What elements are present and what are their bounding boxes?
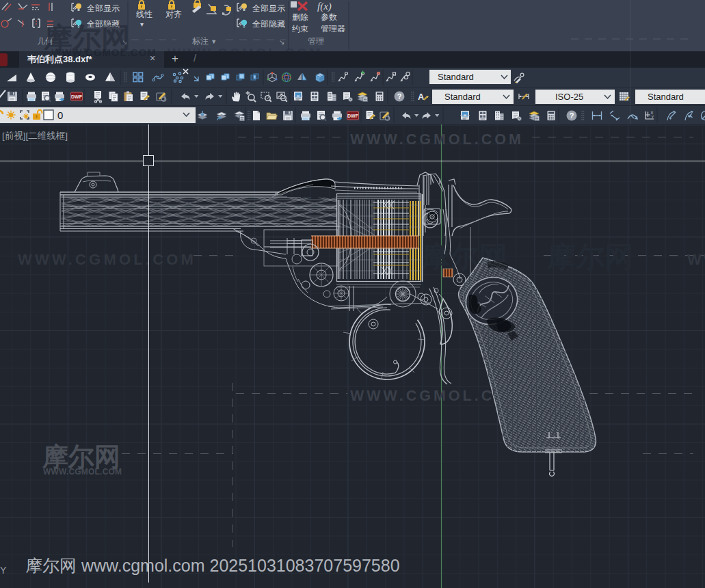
svg-text:WWW.CGMOL.COM: WWW.CGMOL.COM xyxy=(350,131,524,148)
svg-text:0: 0 xyxy=(57,109,63,121)
svg-text:摩尔网: 摩尔网 xyxy=(546,241,633,273)
svg-text:Standard: Standard xyxy=(444,92,481,102)
svg-text:Standard: Standard xyxy=(438,72,474,82)
svg-text:WWW.CGMOL.COM: WWW.CGMOL.COM xyxy=(43,467,122,477)
svg-text:WW: WW xyxy=(687,251,705,268)
svg-text:[前视][二维线框]: [前视][二维线框] xyxy=(2,131,68,141)
svg-text:ISO-25: ISO-25 xyxy=(555,92,583,102)
svg-text:Standard: Standard xyxy=(648,92,684,102)
svg-text:WWW.CGMOL.COM: WWW.CGMOL.COM xyxy=(18,251,196,268)
svg-text:f(x): f(x) xyxy=(317,1,332,12)
